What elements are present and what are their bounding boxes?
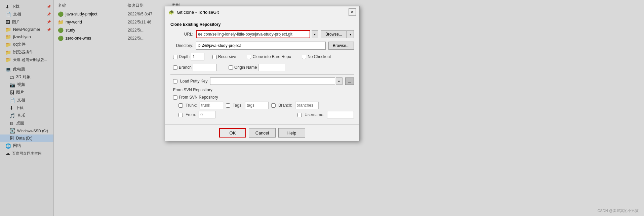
putty-row: Load Putty Key ▾ ... [170,77,354,85]
username-label: Username: [305,112,324,117]
options-row-1: Depth Recursive Clone into Bare Repo No … [170,53,354,60]
depth-checkbox[interactable] [173,55,177,59]
tags-checkbox[interactable] [226,103,230,108]
browse-arrow-button[interactable]: ▾ [347,30,354,38]
username-input[interactable] [327,111,354,118]
url-row: URL: ▾ Browse... ▾ [170,30,354,38]
dialog-title: Git clone - TortoiseGit [177,10,219,15]
browse-btn-group: Browse... ▾ [321,30,354,38]
dialog-footer: OK Cancel Help [165,124,359,141]
tags-label: Tags: [233,103,243,108]
directory-browse-button[interactable]: Browse... [328,42,354,50]
from-svn-checkbox[interactable] [173,95,177,100]
from-svn-row: From SVN Repository [170,95,354,100]
url-input[interactable] [196,30,310,38]
origin-name-input[interactable] [258,64,285,71]
origin-name-checkbox[interactable] [229,65,233,70]
no-checkout-group: No Checkout [302,54,331,59]
ok-button[interactable]: OK [219,128,246,138]
trunk-checkbox[interactable] [178,103,183,108]
branch-svn-checkbox[interactable] [271,103,276,108]
clone-bare-checkbox[interactable] [247,55,251,59]
putty-key-input[interactable] [210,77,335,85]
recursive-label: Recursive [218,54,236,59]
trunk-label: Trunk: [186,103,197,108]
no-checkout-checkbox[interactable] [302,55,306,59]
branch-group: Branch [173,64,223,71]
directory-row: Directory: Browse... [170,42,354,50]
dialog-close-button[interactable]: ✕ [349,8,356,16]
from-checkbox[interactable] [178,113,183,117]
putty-checkbox[interactable] [173,79,177,84]
branch-svn-input[interactable] [295,102,319,109]
putty-browse-button[interactable]: ... [345,77,354,85]
putty-section: Load Putty Key ▾ ... [170,74,354,85]
dialog-body: Clone Existing Repository URL: ▾ Browse.… [165,18,359,124]
cancel-button[interactable]: Cancel [249,128,276,138]
tortoisegit-icon: 🐢 [168,9,174,15]
browse-button[interactable]: Browse... [321,30,347,38]
tags-input[interactable] [245,102,269,109]
depth-input[interactable] [191,53,204,60]
no-checkout-label: No Checkout [308,54,331,59]
clone-bare-group: Clone into Bare Repo [247,54,291,59]
git-clone-dialog: 🐢 Git clone - TortoiseGit ✕ Clone Existi… [165,6,360,141]
from-input[interactable] [199,111,215,118]
branch-label: Branch [179,65,192,70]
putty-dropdown-button[interactable]: ▾ [336,77,343,85]
depth-group: Depth [173,53,207,60]
branch-checkbox[interactable] [173,65,177,70]
username-checkbox[interactable] [297,113,302,117]
from-label: From: [186,112,196,117]
clone-bare-label: Clone into Bare Repo [252,54,291,59]
svn-section-label: From SVN Repository [170,88,354,92]
origin-name-group: Origin Name [229,64,289,71]
putty-label: Load Putty Key [180,79,207,84]
branch-input[interactable] [193,64,216,71]
directory-input[interactable] [196,42,326,50]
svn-trunk-row: Trunk: Tags: Branch: [170,102,354,109]
recursive-checkbox[interactable] [212,55,217,59]
trunk-input[interactable] [200,102,223,109]
branch-svn-label: Branch: [278,103,292,108]
watermark: CSDN @卖寂寞的小男孩 [598,208,639,213]
url-input-wrapper: ▾ [196,30,318,38]
depth-label: Depth [179,54,190,59]
help-button[interactable]: Help [278,128,305,138]
from-svn-label: From SVN Repository [179,95,218,100]
directory-label: Directory: [170,43,193,48]
putty-input-wrapper: ▾ [210,77,343,85]
origin-name-label: Origin Name [234,65,257,70]
url-dropdown-button[interactable]: ▾ [312,30,318,38]
dialog-titlebar: 🐢 Git clone - TortoiseGit ✕ [165,6,359,18]
recursive-group: Recursive [212,54,236,59]
svn-from-row: From: Username: [170,111,354,118]
options-row-2: Branch Origin Name [170,64,354,71]
clone-section-title: Clone Existing Repository [170,22,354,27]
url-label: URL: [170,32,193,37]
